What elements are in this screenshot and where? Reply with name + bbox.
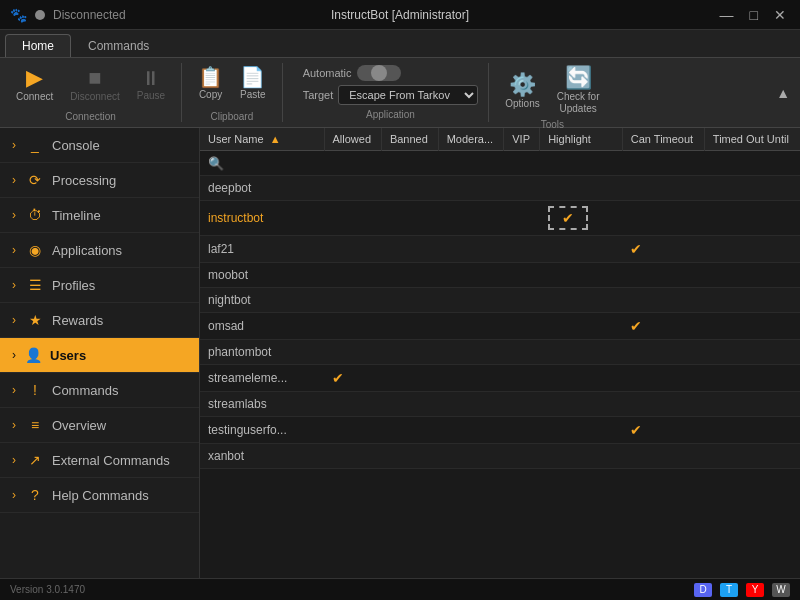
cell-timed-out-until	[704, 313, 800, 340]
version-label: Version 3.0.1470	[10, 584, 85, 595]
minimize-button[interactable]: —	[716, 7, 738, 23]
sidebar-item-applications[interactable]: › ◉ Applications	[0, 233, 199, 268]
sidebar-item-timeline[interactable]: › ⏱ Timeline	[0, 198, 199, 233]
discord-button[interactable]: D	[694, 583, 712, 597]
sidebar-label-overview: Overview	[52, 418, 106, 433]
tab-commands[interactable]: Commands	[71, 34, 166, 57]
chevron-icon-5: ›	[12, 278, 16, 292]
youtube-button[interactable]: Y	[746, 583, 764, 597]
toolbar: ▶ Connect ■ Disconnect ⏸ Pause Connectio…	[0, 58, 800, 128]
cell-allowed	[324, 201, 381, 236]
sidebar-item-console[interactable]: › _ Console	[0, 128, 199, 163]
website-button[interactable]: W	[772, 583, 790, 597]
sidebar-item-external-commands[interactable]: › ↗ External Commands	[0, 443, 199, 478]
pause-button[interactable]: ⏸ Pause	[131, 64, 171, 105]
cell-highlight	[540, 392, 623, 417]
sidebar-item-help-commands[interactable]: › ? Help Commands	[0, 478, 199, 513]
maximize-button[interactable]: □	[746, 7, 762, 23]
cell-banned	[381, 176, 438, 201]
sidebar-item-overview[interactable]: › ≡ Overview	[0, 408, 199, 443]
highlight-dashed-box: ✔	[548, 206, 588, 230]
cell-allowed	[324, 392, 381, 417]
cell-can-timeout	[622, 288, 704, 313]
cell-can-timeout: ✔	[622, 236, 704, 263]
connection-status-dot	[35, 10, 45, 20]
cell-highlight: ✔	[540, 201, 623, 236]
connection-buttons: ▶ Connect ■ Disconnect ⏸ Pause	[10, 63, 171, 106]
cell-allowed	[324, 288, 381, 313]
cell-highlight	[540, 365, 623, 392]
col-banned[interactable]: Banned	[381, 128, 438, 151]
copy-button[interactable]: 📋 Copy	[192, 63, 229, 104]
sidebar-item-commands[interactable]: › ! Commands	[0, 373, 199, 408]
sidebar-label-processing: Processing	[52, 173, 116, 188]
disconnect-button[interactable]: ■ Disconnect	[64, 63, 125, 106]
app-title: InstructBot [Administrator]	[331, 8, 469, 22]
close-button[interactable]: ✕	[770, 7, 790, 23]
search-cell: 🔍	[200, 151, 800, 176]
cell-username: deepbot	[200, 176, 324, 201]
cell-can-timeout	[622, 201, 704, 236]
clipboard-group-label: Clipboard	[210, 111, 253, 122]
paste-label: Paste	[240, 89, 266, 100]
col-highlight[interactable]: Highlight	[540, 128, 623, 151]
sidebar-item-rewards[interactable]: › ★ Rewards	[0, 303, 199, 338]
chevron-icon-10: ›	[12, 453, 16, 467]
sidebar-item-profiles[interactable]: › ☰ Profiles	[0, 268, 199, 303]
cell-banned	[381, 417, 438, 444]
col-username[interactable]: User Name ▲	[200, 128, 324, 151]
cell-banned	[381, 201, 438, 236]
paste-button[interactable]: 📄 Paste	[234, 63, 272, 104]
cell-allowed	[324, 340, 381, 365]
status-bar: Version 3.0.1470 D T Y W	[0, 578, 800, 600]
tab-home[interactable]: Home	[5, 34, 71, 57]
col-moderator[interactable]: Modera...	[438, 128, 504, 151]
automatic-toggle[interactable]	[357, 65, 401, 81]
sidebar-item-users[interactable]: › 👤 Users	[0, 338, 199, 373]
col-allowed[interactable]: Allowed	[324, 128, 381, 151]
paste-icon: 📄	[240, 67, 265, 87]
cell-can-timeout	[622, 263, 704, 288]
col-timed-out-until[interactable]: Timed Out Until	[704, 128, 800, 151]
cell-highlight	[540, 288, 623, 313]
cell-moderator	[438, 392, 504, 417]
cell-moderator	[438, 176, 504, 201]
cell-banned	[381, 340, 438, 365]
toggle-thumb	[371, 65, 387, 81]
check-icon: ✔	[630, 318, 642, 334]
check-updates-button[interactable]: 🔄 Check forUpdates	[551, 63, 606, 119]
connection-status-label: Disconnected	[53, 8, 126, 22]
target-select[interactable]: Escape From Tarkov	[338, 85, 478, 105]
cell-username: moobot	[200, 263, 324, 288]
cell-vip	[504, 365, 540, 392]
cell-banned	[381, 263, 438, 288]
table-header-row: User Name ▲ Allowed Banned Modera... VIP…	[200, 128, 800, 151]
cell-can-timeout	[622, 176, 704, 201]
table-body: 🔍 deepbot	[200, 151, 800, 469]
sidebar-item-processing[interactable]: › ⟳ Processing	[0, 163, 199, 198]
cell-banned	[381, 313, 438, 340]
col-vip[interactable]: VIP	[504, 128, 540, 151]
toolbar-collapse-button[interactable]: ▲	[776, 85, 790, 101]
cell-moderator	[438, 313, 504, 340]
connect-button[interactable]: ▶ Connect	[10, 63, 59, 106]
content-area: User Name ▲ Allowed Banned Modera... VIP…	[200, 128, 800, 578]
cell-moderator	[438, 263, 504, 288]
cell-allowed	[324, 417, 381, 444]
timeline-icon: ⏱	[26, 207, 44, 223]
clipboard-buttons: 📋 Copy 📄 Paste	[192, 63, 272, 104]
cell-can-timeout	[622, 392, 704, 417]
sidebar-label-timeline: Timeline	[52, 208, 101, 223]
options-button[interactable]: ⚙️ Options	[499, 70, 545, 113]
cell-timed-out-until	[704, 236, 800, 263]
external-commands-icon: ↗	[26, 452, 44, 468]
cell-moderator	[438, 288, 504, 313]
cell-vip	[504, 313, 540, 340]
twitter-button[interactable]: T	[720, 583, 738, 597]
toolbar-group-tools: ⚙️ Options 🔄 Check forUpdates Tools	[499, 63, 615, 122]
col-can-timeout[interactable]: Can Timeout	[622, 128, 704, 151]
copy-icon: 📋	[198, 67, 223, 87]
sidebar-label-help-commands: Help Commands	[52, 488, 149, 503]
users-icon: 👤	[24, 347, 42, 363]
cell-can-timeout: ✔	[622, 313, 704, 340]
